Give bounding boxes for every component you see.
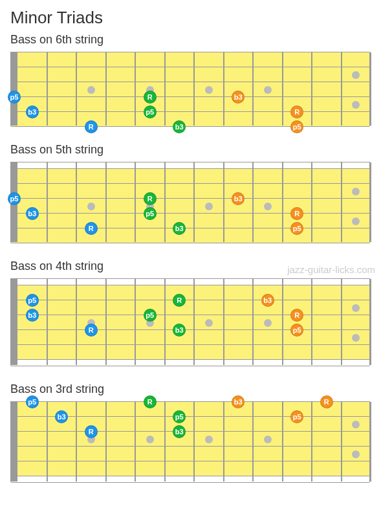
diagrams-container: Bass on 6th stringp5b3RRp5b3b3Rp5Bass on…	[10, 33, 382, 482]
fret-line	[135, 162, 136, 242]
note-label: p5	[293, 225, 301, 232]
inlay-dot	[264, 436, 272, 443]
fret-line	[105, 279, 107, 365]
inlay-dot	[87, 203, 95, 210]
fret-line	[105, 162, 107, 242]
note-label: b3	[28, 108, 36, 116]
note-p5: p5	[144, 309, 157, 322]
diagram-block: Bass on 4th stringp5b3RRp5b3b3Rp5	[10, 260, 382, 366]
note-label: p5	[28, 398, 36, 406]
note-r: R	[85, 425, 98, 438]
fretboard: p5b3RRp5b3b3Rp5	[10, 162, 370, 243]
note-label: b3	[175, 326, 184, 334]
fret-line	[164, 402, 166, 482]
inlay-dot	[352, 304, 360, 312]
fret-line	[370, 52, 371, 126]
fretboard-row	[11, 447, 369, 461]
inlay-dot	[264, 86, 272, 94]
note-label: p5	[293, 413, 301, 421]
note-label: R	[89, 428, 94, 436]
note-r: R	[290, 105, 303, 118]
fret-line	[252, 279, 254, 365]
note-b3: b3	[26, 309, 39, 322]
note-r: R	[144, 192, 157, 205]
note-label: R	[147, 93, 153, 101]
note-label: p5	[175, 413, 184, 421]
fret-line	[164, 279, 166, 365]
note-p5: p5	[144, 105, 157, 118]
fret-line	[47, 162, 48, 242]
fret-line	[282, 162, 283, 242]
note-r: R	[320, 395, 333, 408]
note-b3: b3	[173, 222, 186, 235]
fret-line	[282, 279, 283, 365]
page-title: Minor Triads	[10, 8, 382, 28]
note-p5: p5	[290, 410, 303, 423]
fret-line	[164, 52, 166, 126]
note-r: R	[144, 395, 157, 408]
diagram-label: Bass on 6th string	[10, 33, 382, 47]
note-label: R	[294, 210, 299, 217]
fret-line	[76, 402, 77, 482]
note-p5: p5	[290, 324, 303, 337]
fret-line	[135, 402, 136, 482]
fretboard-row	[11, 52, 369, 67]
note-label: b3	[234, 93, 243, 101]
note-r: R	[85, 324, 98, 337]
note-b3: b3	[26, 207, 39, 220]
fret-line	[252, 162, 254, 242]
fret-line	[135, 279, 136, 365]
fret-line	[341, 162, 342, 242]
note-label: R	[89, 225, 94, 232]
note-b3: b3	[173, 120, 186, 133]
inlay-dot	[352, 334, 360, 342]
fret-line	[193, 279, 195, 365]
fretboard: p5b3RRp5b3b3Rp5	[10, 278, 370, 366]
note-b3: b3	[232, 91, 245, 104]
note-label: b3	[58, 413, 66, 421]
fretboard-row	[11, 112, 369, 127]
fretboard-row	[11, 432, 369, 447]
note-label: p5	[146, 108, 154, 116]
fretboard-open-row	[11, 360, 369, 366]
note-label: R	[294, 311, 299, 319]
fret-line	[252, 52, 254, 126]
note-label: R	[147, 398, 153, 406]
nut	[11, 279, 17, 365]
fretboard-row	[11, 228, 369, 243]
note-b3: b3	[55, 410, 68, 423]
note-p5: p5	[26, 395, 39, 408]
diagram-label: Bass on 5th string	[10, 143, 382, 157]
fret-line	[311, 52, 312, 126]
fret-line	[223, 162, 224, 242]
fretboard-row	[11, 184, 369, 199]
fret-line	[193, 52, 195, 126]
note-label: p5	[146, 311, 154, 319]
fretboard-row	[11, 97, 369, 112]
fretboard-row	[11, 285, 369, 300]
diagram-label: Bass on 3rd string	[10, 382, 382, 396]
note-label: b3	[175, 225, 184, 232]
note-label: p5	[28, 296, 36, 304]
inlay-dot	[352, 217, 360, 225]
fret-line	[311, 279, 312, 365]
inlay-dot	[352, 188, 360, 195]
fret-line	[105, 52, 107, 126]
note-label: p5	[146, 210, 154, 217]
note-r: R	[85, 120, 98, 133]
fret-line	[341, 402, 342, 482]
fret-line	[282, 52, 283, 126]
note-p5: p5	[26, 294, 39, 307]
fretboard: p5b3RRp5b3b3Rp5	[10, 401, 370, 482]
fret-line	[105, 402, 107, 482]
fret-line	[223, 402, 224, 482]
note-label: b3	[28, 210, 36, 217]
inlay-dot	[264, 203, 272, 210]
note-b3: b3	[232, 192, 245, 205]
note-label: R	[294, 108, 299, 116]
inlay-dot	[352, 421, 360, 428]
note-r: R	[173, 294, 186, 307]
note-r: R	[144, 91, 157, 104]
fret-line	[76, 162, 77, 242]
note-b3: b3	[232, 395, 245, 408]
